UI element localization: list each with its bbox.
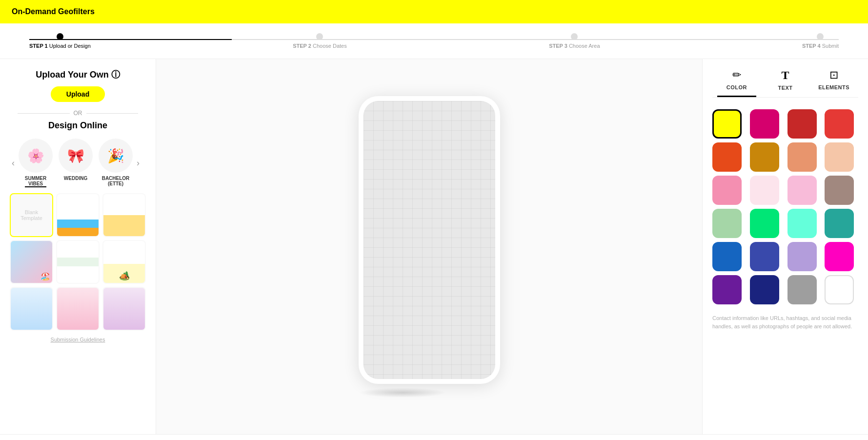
tab-color[interactable]: ✏ COLOR (717, 69, 756, 97)
step-3: STEP 3 Choose Area (549, 33, 600, 49)
category-bachelorette-icon: 🎉 (99, 139, 133, 173)
categories-list: 🌸 SUMMERVIBES 🎀 WEDDING 🎉 BACHELOR(ETTE) (19, 139, 133, 187)
color-swatch-pink-mid[interactable] (787, 176, 817, 205)
template-fire[interactable]: 🏕️ (102, 240, 146, 284)
elements-tool-label: ELEMENTS (818, 84, 849, 90)
text-tool-label: TEXT (778, 85, 792, 91)
phone-screen (363, 101, 495, 379)
color-swatch-magenta[interactable] (825, 242, 854, 271)
left-panel: Upload Your Own ⓘ Upload OR Design Onlin… (0, 59, 156, 434)
step-2: STEP 2 Choose Dates (293, 33, 347, 49)
color-swatch-taupe[interactable] (825, 176, 854, 205)
app-title: On-Demand Geofilters (12, 7, 95, 16)
step-1: STEP 1 Upload or Design (29, 33, 91, 49)
templates-grid: BlankTemplate 🏖️ 🏕️ (10, 193, 146, 331)
category-carousel: ‹ 🌸 SUMMERVIBES 🎀 WEDDING 🎉 BACHELOR(ETT… (10, 139, 146, 187)
color-swatch-white[interactable] (825, 275, 854, 304)
upload-title: Upload Your Own ⓘ (10, 69, 146, 80)
template-blank[interactable]: BlankTemplate (10, 193, 53, 237)
bottom-bar: Next (0, 434, 868, 440)
color-swatch-blue[interactable] (712, 242, 742, 271)
right-panel: ✏ COLOR T TEXT ⊡ ELEMENTS Contact inform… (702, 59, 868, 434)
step-1-label: STEP 1 Upload or Design (29, 43, 91, 49)
color-swatch-red[interactable] (825, 109, 854, 139)
tool-tabs: ✏ COLOR T TEXT ⊡ ELEMENTS (712, 69, 858, 98)
color-disclaimer: Contact information like URLs, hashtags,… (712, 314, 858, 330)
color-swatch-orange[interactable] (712, 142, 742, 172)
color-swatch-pink-light[interactable] (712, 176, 742, 205)
color-tool-icon: ✏ (732, 69, 741, 81)
step-4-dot (817, 33, 824, 40)
color-swatch-purple[interactable] (712, 275, 742, 304)
template-row3-1[interactable] (10, 287, 53, 331)
color-tool-label: COLOR (727, 84, 747, 90)
tab-elements[interactable]: ⊡ ELEMENTS (814, 69, 853, 97)
carousel-next-button[interactable]: › (135, 158, 141, 168)
upload-section: Upload Your Own ⓘ Upload OR Design Onlin… (10, 69, 146, 131)
color-swatch-yellow[interactable] (712, 109, 742, 139)
color-swatch-peach[interactable] (787, 142, 817, 172)
color-swatch-teal-light[interactable] (787, 209, 817, 238)
step-2-dot (316, 33, 323, 40)
color-swatch-skin[interactable] (825, 142, 854, 172)
main-content: Upload Your Own ⓘ Upload OR Design Onlin… (0, 59, 868, 434)
upload-button[interactable]: Upload (51, 86, 105, 102)
color-swatch-gold[interactable] (750, 142, 779, 172)
step-3-label: STEP 3 Choose Area (549, 43, 600, 49)
template-row3-2[interactable] (56, 287, 100, 331)
design-online-title: Design Online (10, 120, 146, 131)
elements-tool-icon: ⊡ (829, 69, 838, 81)
steps-container: STEP 1 Upload or Design STEP 2 Choose Da… (29, 33, 839, 49)
steps-bar: STEP 1 Upload or Design STEP 2 Choose Da… (0, 23, 868, 59)
color-swatch-gray[interactable] (787, 275, 817, 304)
step-4: STEP 4 Submit (802, 33, 839, 49)
category-summer-vibes[interactable]: 🌸 SUMMERVIBES (19, 139, 53, 187)
color-swatch-purple-blue[interactable] (750, 242, 779, 271)
color-swatch-lavender[interactable] (787, 242, 817, 271)
color-swatch-green-bright[interactable] (750, 209, 779, 238)
template-row3-3[interactable] (102, 287, 146, 331)
submission-guidelines-link[interactable]: Submission Guidelines (10, 337, 146, 342)
color-grid (712, 109, 858, 304)
category-bachelorette-label: BACHELOR(ETTE) (102, 176, 130, 186)
category-wedding[interactable]: 🎀 WEDDING (59, 139, 93, 187)
category-wedding-label: WEDDING (64, 176, 87, 181)
template-beach[interactable] (56, 193, 100, 237)
color-swatch-navy[interactable] (750, 275, 779, 304)
step-2-label: STEP 2 Choose Dates (293, 43, 347, 49)
text-tool-icon: T (781, 69, 789, 82)
category-wedding-icon: 🎀 (59, 139, 93, 173)
step-1-dot (57, 33, 63, 40)
phone-mockup (359, 96, 500, 384)
carousel-prev-button[interactable]: ‹ (10, 158, 17, 168)
color-swatch-hot-pink[interactable] (750, 109, 779, 139)
color-swatch-pink-pale[interactable] (750, 176, 779, 205)
color-swatch-mint-light[interactable] (712, 209, 742, 238)
template-sunny[interactable] (102, 193, 146, 237)
color-swatch-red-dark[interactable] (787, 109, 817, 139)
or-divider: OR (18, 110, 138, 117)
category-summer-vibes-label: SUMMERVIBES (25, 176, 46, 187)
color-swatch-teal[interactable] (825, 209, 854, 238)
category-summer-vibes-icon: 🌸 (19, 139, 53, 173)
category-bachelorette[interactable]: 🎉 BACHELOR(ETTE) (99, 139, 133, 187)
header: On-Demand Geofilters (0, 0, 868, 23)
phone-shadow (359, 388, 446, 398)
template-colorful[interactable]: 🏖️ (10, 240, 53, 284)
center-preview (156, 59, 702, 434)
tab-text[interactable]: T TEXT (766, 69, 805, 97)
step-3-dot (571, 33, 578, 40)
template-city[interactable] (56, 240, 100, 284)
step-4-label: STEP 4 Submit (802, 43, 839, 49)
